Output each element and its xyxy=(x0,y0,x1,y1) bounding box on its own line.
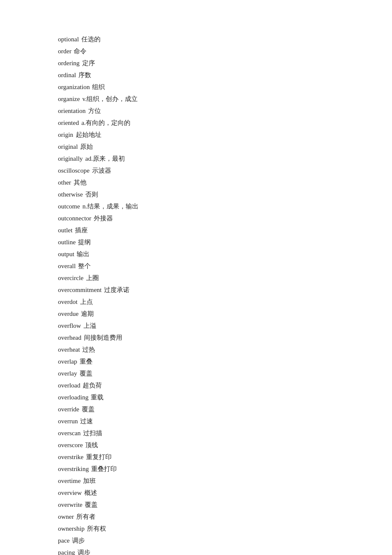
word-english: ordering xyxy=(58,60,81,66)
word-english: overlay xyxy=(58,370,79,377)
word-english: orientation xyxy=(58,107,87,114)
word-chinese: 其他 xyxy=(74,179,86,186)
list-item: order 命令 xyxy=(58,46,392,56)
list-item: optional 任选的 xyxy=(58,34,392,44)
word-chinese: 过度承诺 xyxy=(104,286,130,293)
word-english: organize xyxy=(58,95,81,102)
list-item: oriented a.有向的，定向的 xyxy=(58,118,392,128)
list-item: overdue 逾期 xyxy=(58,309,392,319)
list-item: overscore 顶线 xyxy=(58,440,392,450)
word-chinese: 覆盖 xyxy=(80,370,92,377)
word-english: pacing xyxy=(58,549,77,555)
word-english: ordinal xyxy=(58,72,78,78)
list-item: overview 概述 xyxy=(58,488,392,498)
word-english: overlap xyxy=(58,358,79,365)
word-chinese: 整个 xyxy=(78,263,91,269)
word-chinese: 顶线 xyxy=(85,442,98,448)
word-chinese: ad.原来，最初 xyxy=(85,155,125,162)
word-chinese: 起始地址 xyxy=(76,131,101,138)
word-chinese: 上溢 xyxy=(84,322,96,329)
list-item: overall 整个 xyxy=(58,261,392,271)
word-chinese: 示波器 xyxy=(92,167,111,174)
word-english: overstriking xyxy=(58,465,90,472)
word-english: overstrike xyxy=(58,454,85,460)
word-chinese: 重载 xyxy=(91,394,104,401)
word-chinese: 序数 xyxy=(78,72,91,78)
word-english: outconnector xyxy=(58,215,93,222)
list-item: ownership 所有权 xyxy=(58,523,392,534)
list-item: outcome n.结果，成果，输出 xyxy=(58,201,392,211)
list-item: overheat 过热 xyxy=(58,344,392,355)
list-item: overflow 上溢 xyxy=(58,321,392,331)
word-english: overscore xyxy=(58,442,84,448)
word-chinese: 过速 xyxy=(80,418,93,425)
word-list: optional 任选的order 命令ordering 定序ordinal 序… xyxy=(58,34,392,555)
list-item: overlay 覆盖 xyxy=(58,368,392,379)
word-chinese: 输出 xyxy=(77,251,89,257)
word-english: overloading xyxy=(58,394,90,401)
list-item: outline 提纲 xyxy=(58,237,392,247)
word-chinese: 定序 xyxy=(82,60,95,66)
word-chinese: 提纲 xyxy=(78,239,91,246)
word-english: overcommitment xyxy=(58,286,103,293)
word-english: origin xyxy=(58,131,75,138)
word-chinese: 方位 xyxy=(88,107,101,114)
word-chinese: 过扫描 xyxy=(83,430,102,436)
list-item: origin 起始地址 xyxy=(58,130,392,140)
word-english: other xyxy=(58,179,73,186)
list-item: ordinal 序数 xyxy=(58,70,392,80)
word-chinese: 组织 xyxy=(92,84,105,90)
word-english: overdot xyxy=(58,298,79,305)
list-item: overlap 重叠 xyxy=(58,356,392,367)
word-english: oriented xyxy=(58,119,81,126)
word-english: owner xyxy=(58,513,75,520)
list-item: pace 调步 xyxy=(58,535,392,546)
list-item: overstriking 重叠打印 xyxy=(58,464,392,474)
list-item: original 原始 xyxy=(58,142,392,152)
list-item: overcommitment 过度承诺 xyxy=(58,285,392,295)
word-chinese: 上点 xyxy=(80,298,93,305)
list-item: otherwise 否则 xyxy=(58,189,392,199)
word-english: originally xyxy=(58,155,84,162)
word-english: overhead xyxy=(58,334,83,341)
list-item: overtime 加班 xyxy=(58,476,392,486)
word-english: oscilloscope xyxy=(58,167,91,174)
word-chinese: 过热 xyxy=(82,346,95,353)
word-english: overcircle xyxy=(58,275,85,281)
list-item: overstrike 重复打印 xyxy=(58,452,392,462)
word-chinese: 重复打印 xyxy=(86,454,112,460)
word-chinese: n.结果，成果，输出 xyxy=(82,203,138,210)
word-english: optional xyxy=(58,36,81,43)
word-chinese: 超负荷 xyxy=(83,382,102,389)
list-item: output 输出 xyxy=(58,249,392,259)
word-english: pace xyxy=(58,537,71,544)
list-item: outlet 插座 xyxy=(58,225,392,235)
list-item: overwrite 覆盖 xyxy=(58,500,392,510)
list-item: overrun 过速 xyxy=(58,416,392,426)
list-item: overhead 间接制造费用 xyxy=(58,332,392,343)
word-english: overview xyxy=(58,489,84,496)
list-item: overcircle 上圈 xyxy=(58,273,392,283)
word-english: overtime xyxy=(58,477,82,484)
word-chinese: 上圈 xyxy=(86,275,99,281)
list-item: organize v.组织，创办，成立 xyxy=(58,94,392,104)
word-english: outcome xyxy=(58,203,81,210)
word-chinese: 加班 xyxy=(83,477,96,484)
word-english: ownership xyxy=(58,525,86,532)
list-item: overload 超负荷 xyxy=(58,380,392,390)
word-chinese: 重叠 xyxy=(80,358,92,365)
word-english: outline xyxy=(58,239,77,246)
word-english: overscan xyxy=(58,430,82,436)
list-item: outconnector 外接器 xyxy=(58,213,392,223)
list-item: overdot 上点 xyxy=(58,297,392,307)
word-english: original xyxy=(58,143,79,150)
list-item: other 其他 xyxy=(58,177,392,188)
word-chinese: 覆盖 xyxy=(85,501,98,508)
list-item: organization 组织 xyxy=(58,82,392,92)
word-english: overload xyxy=(58,382,82,389)
list-item: pacing 调步 xyxy=(58,547,392,555)
word-english: order xyxy=(58,48,73,55)
word-chinese: 任选的 xyxy=(81,36,101,43)
word-english: outlet xyxy=(58,227,74,234)
word-english: otherwise xyxy=(58,191,84,198)
